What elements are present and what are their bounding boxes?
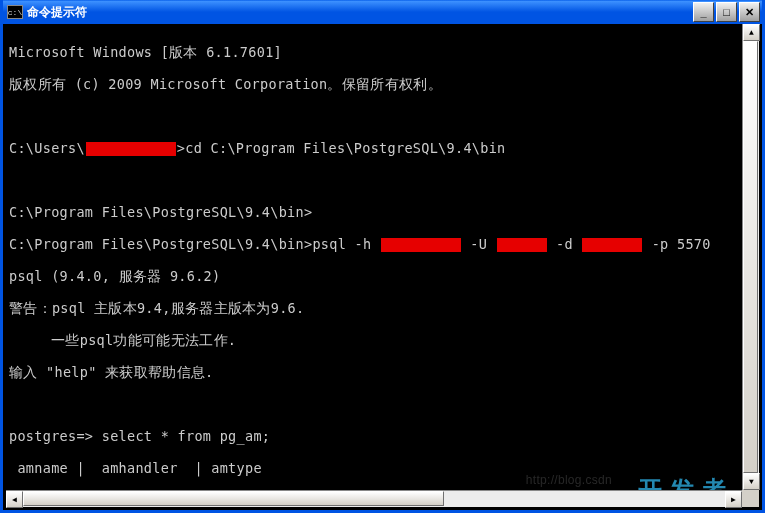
window-title: 命令提示符: [27, 4, 693, 21]
text: >cd C:\Program Files\PostgreSQL\9.4\bin: [177, 140, 506, 156]
output-line: 警告：psql 主版本9.4,服务器主版本为9.6.: [9, 300, 756, 316]
sql-query: postgres=> select * from pg_am;: [9, 428, 756, 444]
table-header: amname | amhandler | amtype: [9, 460, 756, 476]
text: C:\Users\: [9, 140, 85, 156]
close-button[interactable]: ✕: [739, 2, 760, 22]
app-icon: c:\: [7, 5, 23, 19]
redacted-username: [86, 142, 176, 156]
title-bar[interactable]: c:\ 命令提示符 _ □ ✕: [3, 0, 762, 24]
scroll-up-button[interactable]: ▲: [743, 24, 760, 41]
minimize-button[interactable]: _: [693, 2, 714, 22]
text: C:\Program Files\PostgreSQL\9.4\bin>psql…: [9, 236, 380, 252]
output-line: [9, 396, 756, 412]
text: -d: [548, 236, 582, 252]
redacted-db: [582, 238, 642, 252]
scroll-left-button[interactable]: ◀: [6, 491, 23, 508]
redacted-user: [497, 238, 547, 252]
terminal-output[interactable]: Microsoft Windows [版本 6.1.7601] 版权所有 (c)…: [3, 24, 762, 510]
vertical-scrollbar[interactable]: ▲ ▼: [742, 24, 759, 490]
output-line: Microsoft Windows [版本 6.1.7601]: [9, 44, 756, 60]
scroll-track-v[interactable]: [743, 41, 759, 473]
maximize-button[interactable]: □: [716, 2, 737, 22]
output-line: [9, 172, 756, 188]
output-line: 版权所有 (c) 2009 Microsoft Corporation。保留所有…: [9, 76, 756, 92]
horizontal-scrollbar[interactable]: ◀ ▶: [6, 490, 742, 507]
scrollbar-corner: [742, 490, 759, 507]
text: -U: [462, 236, 496, 252]
output-line: 输入 "help" 来获取帮助信息.: [9, 364, 756, 380]
output-line: psql (9.4.0, 服务器 9.6.2): [9, 268, 756, 284]
output-line: C:\Program Files\PostgreSQL\9.4\bin>: [9, 204, 756, 220]
scroll-right-button[interactable]: ▶: [725, 491, 742, 508]
scroll-thumb-h[interactable]: [23, 491, 444, 506]
scroll-track-h[interactable]: [23, 491, 725, 507]
output-line: 一些psql功能可能无法工作.: [9, 332, 756, 348]
text: -p 5570: [643, 236, 710, 252]
scroll-thumb-v[interactable]: [743, 41, 758, 473]
output-line: C:\Program Files\PostgreSQL\9.4\bin>psql…: [9, 236, 756, 252]
output-line: C:\Users\>cd C:\Program Files\PostgreSQL…: [9, 140, 756, 156]
command-prompt-window: c:\ 命令提示符 _ □ ✕ Microsoft Windows [版本 6.…: [0, 0, 765, 513]
output-line: [9, 108, 756, 124]
window-controls: _ □ ✕: [693, 2, 760, 22]
redacted-host: [381, 238, 461, 252]
scroll-down-button[interactable]: ▼: [743, 473, 760, 490]
